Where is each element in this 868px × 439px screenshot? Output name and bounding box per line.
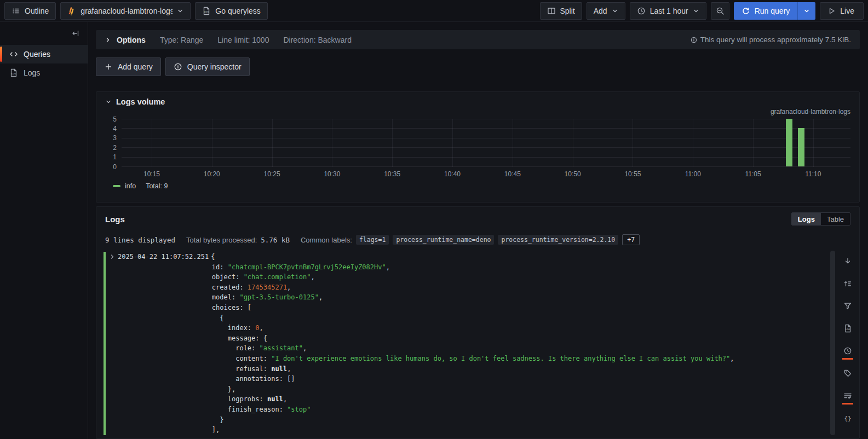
logs-meta-row: 9 lines displayed Total bytes processed:… [105, 234, 850, 245]
split-button[interactable]: Split [540, 2, 582, 20]
log-entry-toggle-line[interactable]: 2025-04-22 11:07:52.251 { [109, 252, 850, 262]
json-token-s: "gpt-3.5-turbo-0125" [239, 293, 319, 301]
top-toolbar: Outline grafanacloud-lambtron-logs LOG G… [0, 0, 868, 22]
wrap-lines-icon[interactable] [842, 391, 854, 401]
sidebar-item-logs[interactable]: LOG Logs [0, 63, 88, 82]
live-label: Live [840, 7, 854, 15]
log-file-icon: LOG [843, 324, 852, 333]
json-token-u: null [271, 365, 287, 373]
sidebar-item-queries[interactable]: Queries [0, 45, 88, 63]
logs-scrollbar[interactable] [830, 251, 835, 435]
y-axis-label: 4 [113, 125, 117, 132]
json-token-k: object [212, 273, 235, 281]
clock-icon [637, 7, 646, 15]
sort-order-icon[interactable] [842, 279, 854, 288]
logs-panel-title: Logs [105, 215, 125, 224]
filter-icon[interactable] [842, 301, 854, 311]
info-circle-icon [174, 62, 182, 71]
common-label-chip: process_runtime_name=deno [393, 235, 494, 245]
legend-total: Total: 9 [146, 182, 168, 190]
json-token-p: : [260, 395, 267, 403]
logs-volume-title: Logs volume [116, 97, 165, 106]
more-labels-button[interactable]: +7 [622, 234, 640, 245]
query-inspector-button[interactable]: Query inspector [165, 57, 250, 76]
add-query-button[interactable]: Add query [96, 57, 161, 76]
json-token-p: , [730, 355, 734, 362]
sidebar-item-label: Logs [24, 68, 40, 77]
add-label: Add [594, 7, 607, 15]
v-gridline [392, 119, 393, 167]
json-token-k: finish_reason [228, 406, 279, 413]
log-json-line: content: "I don't experience emotions li… [109, 354, 850, 364]
query-estimate: This query will process approximately 7.… [691, 36, 851, 44]
datasource-picker[interactable]: grafanacloud-lambtron-logs [60, 2, 191, 20]
x-axis-label: 10:30 [324, 170, 340, 178]
x-axis-label: 10:15 [143, 170, 160, 178]
json-token-k: id [212, 263, 220, 271]
log-json-line: }, [109, 384, 850, 395]
json-token-p: : { [255, 334, 267, 342]
braces-icon[interactable]: {} [842, 413, 854, 423]
x-axis-label: 10:25 [264, 170, 280, 178]
toggle-logs[interactable]: Logs [792, 213, 821, 225]
add-button[interactable]: Add [587, 2, 625, 20]
time-range-picker[interactable]: Last 1 hour [630, 2, 706, 20]
log-json-line: ], [109, 425, 850, 435]
info-circle-icon [691, 37, 697, 43]
wrap-lines-icon [843, 391, 852, 400]
option-direction: Direction: Backward [283, 36, 352, 44]
time-range-label: Last 1 hour [650, 7, 688, 15]
run-query-dropdown[interactable] [797, 2, 815, 20]
sidebar-item-label: Queries [24, 50, 50, 59]
query-options-bar[interactable]: Options Type: Range Line limit: 1000 Dir… [96, 30, 860, 49]
outline-button[interactable]: Outline [4, 2, 56, 20]
zoom-out-icon [716, 7, 725, 15]
y-axis-label: 1 [113, 153, 117, 161]
h-gridline [122, 166, 850, 167]
x-axis-label: 10:20 [204, 170, 220, 178]
log-file-icon[interactable]: LOG [842, 324, 854, 333]
zoom-out-time-button[interactable] [711, 2, 729, 20]
chart-series-annotation: grafanacloud-lambtron-logs [105, 108, 850, 118]
collapse-left-icon[interactable] [71, 29, 80, 38]
log-json-line: choices: [ [109, 303, 850, 313]
scroll-bottom-icon[interactable] [842, 256, 854, 266]
braces-icon: {} [843, 414, 852, 423]
go-queryless-button[interactable]: LOG Go queryless [195, 2, 267, 20]
go-queryless-label: Go queryless [215, 7, 260, 15]
y-axis-label: 0 [113, 163, 117, 171]
toggle-table[interactable]: Table [821, 213, 850, 225]
h-gridline [122, 128, 850, 129]
query-actions-row: Add query Query inspector [96, 57, 860, 76]
json-token-u: null [267, 395, 283, 403]
svg-text:{}: {} [844, 415, 851, 422]
json-token-p: : [279, 406, 287, 413]
json-token-p: } [220, 416, 223, 424]
x-axis-label: 10:50 [565, 170, 581, 178]
explore-main: Options Type: Range Line limit: 1000 Dir… [88, 22, 868, 439]
v-gridline [813, 119, 814, 167]
query-estimate-text: This query will process approximately 7.… [700, 36, 851, 44]
x-axis-label: 10:35 [384, 170, 400, 178]
h-gridline [122, 157, 850, 158]
datasource-name: grafanacloud-lambtron-logs [81, 7, 173, 15]
log-file-icon: LOG [9, 68, 18, 77]
time-icon[interactable] [842, 346, 854, 356]
live-button[interactable]: Live [820, 2, 864, 20]
svg-text:LOG: LOG [12, 72, 16, 75]
bytes-processed: Total bytes processed: 5.76 kB [186, 236, 290, 244]
log-json-body: id: "chatcmpl-BPCK7pvtnBm7gLrvj52eeIyZ08… [109, 262, 850, 435]
json-token-n: 1745345271 [248, 284, 287, 291]
json-token-k: role [235, 344, 251, 352]
x-axis-label: 11:00 [685, 170, 701, 178]
x-axis-label: 11:10 [805, 170, 821, 178]
scroll-bottom-icon [843, 257, 852, 265]
tag-icon[interactable] [842, 368, 854, 378]
json-token-k: message [228, 334, 256, 342]
legend-label[interactable]: info [125, 182, 136, 190]
json-token-k: content [235, 355, 263, 362]
run-query-button[interactable]: Run query [734, 2, 798, 20]
chevron-down-icon [693, 8, 699, 14]
json-token-s: "chat.completion" [244, 273, 311, 281]
logs-volume-header[interactable]: Logs volume [105, 97, 850, 106]
